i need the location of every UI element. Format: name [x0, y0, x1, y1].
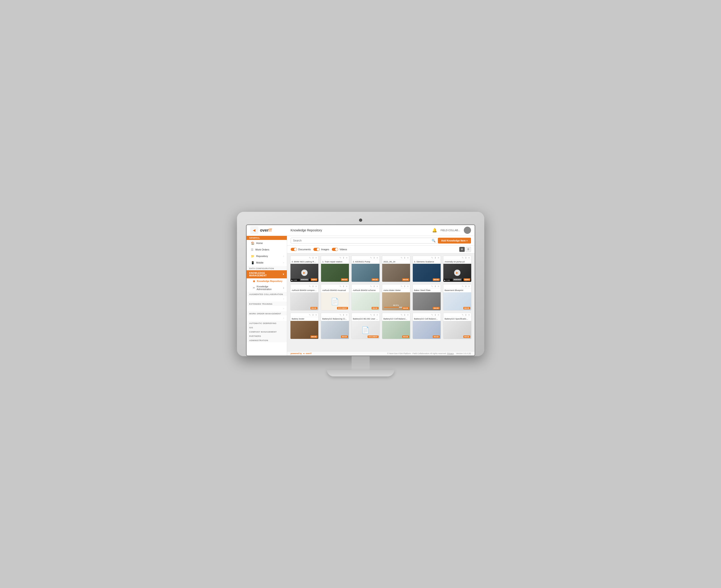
download-icon[interactable]: ⬇ — [434, 256, 436, 259]
sidebar-item-mobile[interactable]: 📱 Mobile › — [247, 259, 287, 266]
delete-icon[interactable]: ✕ — [407, 314, 409, 316]
delete-icon[interactable]: ✕ — [315, 314, 317, 316]
delete-icon[interactable]: ✕ — [438, 256, 439, 259]
delete-icon[interactable]: ✕ — [376, 314, 378, 316]
sidebar-item-repository[interactable]: 📁 Repository › — [247, 253, 287, 259]
search-bar[interactable]: 🔍 — [291, 238, 438, 244]
edit-icon[interactable]: ✎ — [462, 285, 464, 288]
card-item[interactable]: ✎ ⬇ ✕ 0. BMW N63 Leaking Rep... ▶ ▶0:00🔊… — [290, 256, 319, 282]
download-icon[interactable]: ⬇ — [465, 314, 467, 316]
edit-icon[interactable]: ✎ — [401, 256, 402, 259]
card-thumbnail[interactable]: IMAGE — [321, 321, 349, 339]
card-thumbnail[interactable]: IMAGE — [443, 292, 471, 310]
delete-icon[interactable]: ✕ — [468, 314, 470, 316]
card-thumbnail[interactable]: IMAGE — [291, 292, 318, 310]
edit-icon[interactable]: ✎ — [431, 314, 433, 316]
delete-icon[interactable]: ✕ — [468, 256, 470, 259]
card-thumbnail[interactable]: 📄 DOCUMENT — [321, 292, 349, 310]
images-toggle[interactable] — [313, 248, 320, 251]
card-thumbnail[interactable]: ▶ ▶0:00🔊⛶ INDEXEDVIDEO — [443, 264, 471, 282]
card-item[interactable]: ✎ ⬇ ✕ BatteryGO Specificatio... IMAGE — [443, 313, 471, 339]
edit-icon[interactable]: ✎ — [370, 285, 372, 288]
delete-icon[interactable]: ✕ — [438, 314, 439, 316]
edit-icon[interactable]: ✎ — [401, 285, 402, 288]
videos-filter[interactable]: Videos — [332, 248, 347, 251]
delete-icon[interactable]: ✕ — [346, 256, 347, 259]
edit-icon[interactable]: ✎ — [309, 256, 311, 259]
sidebar-item-knowledge-admin[interactable]: ✂ Knowledge Administration › — [247, 284, 287, 292]
card-item[interactable]: ✎ ⬇ ✕ Battery tester IMAGE — [290, 313, 319, 339]
edit-icon[interactable]: ✎ — [401, 314, 402, 316]
card-thumbnail[interactable]: IMAGE — [382, 321, 410, 339]
download-icon[interactable]: ⬇ — [404, 285, 406, 288]
footer-privacy-link[interactable]: Privacy — [447, 352, 454, 355]
card-thumbnail[interactable]: IMAGE — [413, 321, 441, 339]
sidebar-item-augmented[interactable]: › — [247, 296, 287, 301]
sidebar-item-extended[interactable]: › — [247, 306, 287, 311]
download-icon[interactable]: ⬇ — [404, 256, 406, 259]
download-icon[interactable]: ⬇ — [465, 285, 467, 288]
edit-icon[interactable]: ✎ — [462, 256, 464, 259]
delete-icon[interactable]: ✕ — [315, 285, 317, 288]
sidebar-item-work-orders[interactable]: ☰ Work Orders — [247, 247, 287, 253]
grid-view-button[interactable]: ⊞ — [459, 247, 465, 252]
avatar[interactable] — [464, 227, 471, 234]
delete-icon[interactable]: ✕ — [376, 285, 378, 288]
download-icon[interactable]: ⬇ — [465, 256, 467, 259]
download-icon[interactable]: ⬇ — [404, 314, 406, 316]
edit-icon[interactable]: ✎ — [339, 256, 341, 259]
delete-icon[interactable]: ✕ — [346, 314, 347, 316]
add-knowledge-button[interactable]: Add Knowledge Item + — [438, 238, 471, 244]
delete-icon[interactable]: ✕ — [407, 256, 409, 259]
download-icon[interactable]: ⬇ — [312, 285, 314, 288]
edit-icon[interactable]: ✎ — [309, 314, 311, 316]
card-item[interactable]: ✎ ⬇ ✕ 3. Siemens Scalance IMAGE — [412, 256, 441, 282]
play-button[interactable]: ▶ — [301, 270, 308, 276]
sidebar-item-home[interactable]: 🏠 Home — [247, 240, 287, 247]
download-icon[interactable]: ⬇ — [312, 256, 314, 259]
documents-toggle[interactable] — [291, 248, 297, 251]
card-thumbnail[interactable]: 📄 DOCUMENT — [352, 321, 380, 339]
card-item[interactable]: ✎ ⬇ ✕ Basement Blueprint IMAGE — [443, 284, 471, 311]
list-view-button[interactable]: ☰ — [466, 247, 471, 252]
sidebar-item-knowledge-repo[interactable]: ◉ Knowledge Repository — [247, 278, 287, 284]
play-button[interactable]: ▶ — [454, 270, 461, 276]
card-item[interactable]: ✎ ⬇ ✕ AsRock BM450 components IMAGE — [290, 284, 319, 311]
edit-icon[interactable]: ✎ — [431, 285, 433, 288]
card-item[interactable]: ✎ ⬇ ✕ BatteryGO BG-BS User M... 📄 DOCUME… — [352, 313, 380, 339]
edit-icon[interactable]: ✎ — [339, 314, 341, 316]
search-input[interactable] — [293, 239, 432, 242]
card-thumbnail[interactable]: IMAGE — [382, 264, 410, 282]
sidebar-item-wom[interactable]: › — [247, 315, 287, 321]
card-item[interactable]: ✎ ⬇ ✕ BatteryGO Balancing Ci... IMAGE — [321, 313, 349, 339]
download-icon[interactable]: ⬇ — [343, 256, 344, 259]
delete-icon[interactable]: ✕ — [468, 285, 470, 288]
card-thumbnail[interactable]: IMAGE — [291, 321, 318, 339]
card-item[interactable]: ✎ ⬇ ✕ 2. KE35421 Pump IMAGE — [352, 256, 380, 282]
edit-icon[interactable]: ✎ — [370, 256, 372, 259]
edit-icon[interactable]: ✎ — [339, 285, 341, 288]
card-thumbnail[interactable]: IMAGE — [443, 321, 471, 339]
card-item[interactable]: ✎ ⬇ ✕ AsRock BM450 scheme IMAGE — [352, 284, 380, 311]
download-icon[interactable]: ⬇ — [434, 285, 436, 288]
card-item[interactable]: ✎ ⬇ ✕ Anomaly on pump p2 ▶ ▶0:00🔊⛶ INDEX… — [443, 256, 471, 282]
delete-icon[interactable]: ✕ — [315, 256, 317, 259]
card-item[interactable]: ✎ ⬇ ✕ 2022_06_24 IMAGE — [382, 256, 410, 282]
card-item[interactable]: ✎ ⬇ ✕ AsRock BM450 muanual 📄 DOCUMENT — [321, 284, 349, 311]
card-thumbnail[interactable]: IMAGE — [321, 264, 349, 282]
edit-icon[interactable]: ✎ — [462, 314, 464, 316]
edit-icon[interactable]: ✎ — [309, 285, 311, 288]
delete-icon[interactable]: ✕ — [346, 285, 347, 288]
edit-icon[interactable]: ✎ — [370, 314, 372, 316]
card-item[interactable]: ✎ ⬇ ✕ 1. Train repair station IMAGE — [321, 256, 349, 282]
delete-icon[interactable]: ✕ — [376, 256, 378, 259]
card-thumbnail[interactable]: IMAGE — [352, 292, 380, 310]
card-item[interactable]: ✎ ⬇ ✕ BatteryGO Cell Balanci... IMAGE — [382, 313, 410, 339]
delete-icon[interactable]: ✕ — [407, 285, 409, 288]
delete-icon[interactable]: ✕ — [438, 285, 439, 288]
download-icon[interactable]: ⬇ — [373, 256, 375, 259]
card-item[interactable]: ✎ ⬇ ✕ Baker Steel Plate IMAGE — [412, 284, 441, 311]
download-icon[interactable]: ⬇ — [312, 314, 314, 316]
download-icon[interactable]: ⬇ — [373, 314, 375, 316]
card-thumbnail[interactable]: ▶ ▶0:00🔊⛶ INDEXEDVIDEO — [291, 264, 318, 282]
